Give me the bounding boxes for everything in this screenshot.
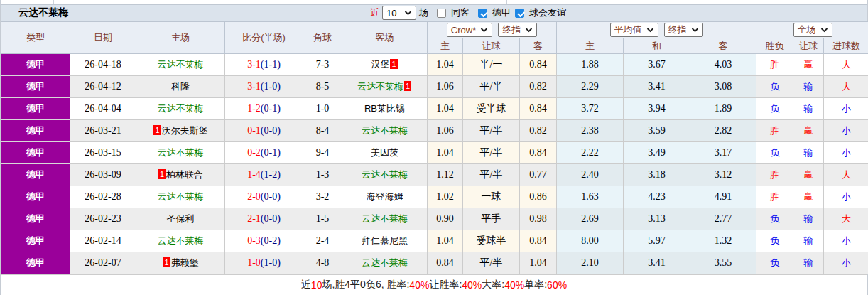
cell-avg-odds-0: 2.29 xyxy=(557,76,624,98)
cell-league: 德甲 xyxy=(1,208,70,230)
home-team-name[interactable]: 科隆 xyxy=(171,81,190,92)
bookmaker-select[interactable]: Crow* xyxy=(447,23,492,37)
chevron-down-icon xyxy=(525,28,533,33)
away-team-name[interactable]: 云达不莱梅 xyxy=(357,81,403,92)
cell-corners: 8-4 xyxy=(303,120,342,142)
cell-avg-odds-0: 1.88 xyxy=(557,54,624,76)
halftime-score: (1-1) xyxy=(261,59,281,70)
match-history-table: 类型 日期 主场 比分(半场) 角球 客场 Crow* 终指 xyxy=(1,21,868,274)
home-team-name[interactable]: 柏林联合 xyxy=(166,169,203,180)
cell-handicap-result: 赢 xyxy=(793,186,824,208)
away-team-name[interactable]: 美因茨 xyxy=(371,147,398,158)
cell-crow-odds-0: 1.04 xyxy=(428,142,463,164)
cell-crow-odds-2: 0.84 xyxy=(520,230,557,252)
recent-games-value: 10 xyxy=(386,8,396,18)
away-team-name[interactable]: RB莱比锡 xyxy=(364,103,405,114)
rank-badge: 1 xyxy=(158,169,166,179)
bundesliga-checkbox[interactable] xyxy=(478,9,487,18)
period-select[interactable]: 全场 xyxy=(793,23,832,37)
cell-winlose: 负 xyxy=(756,230,793,252)
cell-corners: 7-3 xyxy=(303,54,342,76)
cell-crow-odds-1: 平/半 xyxy=(463,76,520,98)
cell-goals-result: 小 xyxy=(824,120,868,142)
home-team-name[interactable]: 云达不莱梅 xyxy=(158,103,204,114)
home-team-name[interactable]: 云达不莱梅 xyxy=(158,147,204,158)
cell-home: 云达不莱梅 xyxy=(136,186,225,208)
match-row: 德甲26-04-12科隆3-1(1-0)8-5云达不莱梅11.06平/半0.82… xyxy=(1,76,868,98)
away-team-name[interactable]: 拜仁慕尼黑 xyxy=(362,235,408,246)
cell-away: 海登海姆 xyxy=(342,186,428,208)
cell-avg-odds-2: 4.03 xyxy=(690,54,756,76)
fulltime-score: 0-3 xyxy=(247,235,261,246)
away-team-name[interactable]: 云达不莱梅 xyxy=(362,169,408,180)
chevron-down-icon xyxy=(480,28,488,33)
cell-winlose: 负 xyxy=(756,208,793,230)
cell-winlose: 负 xyxy=(756,142,793,164)
cell-crow-odds-2: 0.98 xyxy=(520,208,557,230)
away-team-name[interactable]: 海登海姆 xyxy=(367,191,403,202)
odds-history-panel: 云达不莱梅 近 10 场 同客 德甲 球会友谊 类型 日期 xyxy=(0,0,868,295)
club-friendly-checkbox[interactable] xyxy=(515,9,524,18)
subcol-winlose: 胜负 xyxy=(756,38,793,54)
cell-avg-odds-1: 5.97 xyxy=(624,230,690,252)
games-suffix-label: 场 xyxy=(419,6,428,19)
cell-home: 科隆 xyxy=(136,76,225,98)
title-bar: 云达不莱梅 近 10 场 同客 德甲 球会友谊 xyxy=(1,4,867,21)
halftime-score: (0-0) xyxy=(261,213,281,224)
cell-score: 0-2(0-1) xyxy=(225,142,303,164)
cell-goals-result: 小 xyxy=(824,98,868,120)
fulltime-score: 3-1 xyxy=(247,59,261,70)
cell-date: 26-03-21 xyxy=(70,120,136,142)
recent-games-select[interactable]: 10 xyxy=(382,6,416,20)
home-team-name[interactable]: 云达不莱梅 xyxy=(158,59,204,70)
cell-corners: 4-8 xyxy=(303,252,342,274)
cell-league: 德甲 xyxy=(1,142,70,164)
match-row: 德甲26-04-04云达不莱梅1-2(0-1)1-0RB莱比锡1.04受半球0.… xyxy=(1,98,868,120)
cell-winlose: 胜 xyxy=(756,186,793,208)
cell-home: 圣保利 xyxy=(136,208,225,230)
cell-crow-odds-1: 受球半 xyxy=(463,230,520,252)
near-label: 近 xyxy=(370,6,379,19)
cell-handicap-result: 输 xyxy=(793,76,824,98)
cell-corners: 8-5 xyxy=(303,76,342,98)
match-row: 德甲26-03-091柏林联合1-4(1-2)1-3云达不莱梅1.12平/半0.… xyxy=(1,164,868,186)
away-team-name[interactable]: 云达不莱梅 xyxy=(362,125,408,136)
halftime-score: (0-2) xyxy=(261,235,281,246)
cell-away: 云达不莱梅 xyxy=(342,120,428,142)
home-team-name[interactable]: 弗赖堡 xyxy=(171,257,199,268)
cell-avg-odds-1: 4.23 xyxy=(624,186,690,208)
cell-avg-odds-0: 8.00 xyxy=(557,230,624,252)
home-team-name[interactable]: 云达不莱梅 xyxy=(158,235,204,246)
same-away-checkbox[interactable] xyxy=(437,9,446,18)
away-team-name[interactable]: 汉堡 xyxy=(371,59,389,70)
cell-crow-odds-0: 1.04 xyxy=(428,54,463,76)
away-team-name[interactable]: 云达不莱梅 xyxy=(362,213,408,224)
cell-home: 云达不莱梅 xyxy=(136,230,225,252)
cell-winlose: 胜 xyxy=(756,54,793,76)
crow-odds-time-select[interactable]: 终指 xyxy=(498,23,537,37)
chevron-down-icon xyxy=(691,28,699,33)
cell-avg-odds-1: 3.49 xyxy=(624,142,690,164)
cell-league: 德甲 xyxy=(1,230,70,252)
home-team-name[interactable]: 沃尔夫斯堡 xyxy=(162,125,208,136)
cell-crow-odds-2: 0.84 xyxy=(520,98,557,120)
cell-score: 3-1(1-1) xyxy=(225,54,303,76)
chevron-down-icon xyxy=(646,28,654,33)
cell-date: 26-04-12 xyxy=(70,76,136,98)
cell-avg-odds-0: 2.10 xyxy=(557,252,624,274)
average-select[interactable]: 平均值 xyxy=(610,23,658,37)
cell-home: 云达不莱梅 xyxy=(136,54,225,76)
rank-badge: 1 xyxy=(153,125,161,135)
cell-home: 云达不莱梅 xyxy=(136,98,225,120)
fulltime-score: 1-4 xyxy=(247,169,261,180)
cell-crow-odds-1: 平/半 xyxy=(463,120,520,142)
match-row: 德甲26-02-071弗赖堡1-0(1-0)4-8云达不莱梅0.84平/半1.0… xyxy=(1,252,868,274)
average-select-value: 平均值 xyxy=(614,23,642,36)
home-team-name[interactable]: 云达不莱梅 xyxy=(158,191,204,202)
average-odds-time-select[interactable]: 终指 xyxy=(664,23,703,37)
cell-crow-odds-1: 受半球 xyxy=(463,98,520,120)
cell-away: 汉堡1 xyxy=(342,54,428,76)
cell-score: 2-0(0-0) xyxy=(225,186,303,208)
home-team-name[interactable]: 圣保利 xyxy=(167,213,195,224)
away-team-name[interactable]: 云达不莱梅 xyxy=(362,257,408,268)
